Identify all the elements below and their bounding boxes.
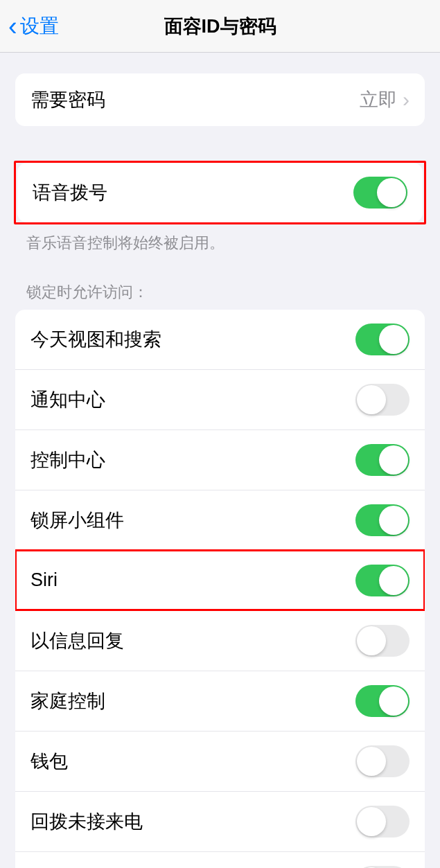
chevron-right-icon: › [403,88,410,112]
highlight-voice-dial: 语音拨号 [14,161,426,224]
row-label: 回拨未接来电 [30,809,143,834]
toggle-knob [357,747,386,776]
lock-access-row: USB配件 [15,851,425,868]
row-label: 锁屏小组件 [30,508,124,533]
toggle[interactable] [355,745,410,777]
back-label: 设置 [20,13,59,39]
page-title: 面容ID与密码 [164,14,276,39]
toggle-knob [379,687,408,716]
toggle-knob [379,325,408,354]
toggle[interactable] [355,565,410,596]
require-passcode-row[interactable]: 需要密码 立即 › [15,73,425,126]
lock-access-row: 回拨未接来电 [15,791,425,851]
toggle[interactable] [355,685,410,717]
lock-access-row: 控制中心 [15,429,425,490]
toggle[interactable] [355,504,410,536]
toggle[interactable] [355,444,410,476]
toggle-knob [377,178,406,207]
row-label: 通知中心 [30,387,105,412]
row-label: 钱包 [30,749,68,774]
row-label: Siri [30,569,58,591]
toggle[interactable] [355,625,410,657]
toggle-knob [357,807,386,836]
voice-dial-toggle[interactable] [353,177,407,209]
lock-access-row: 通知中心 [15,369,425,429]
row-label: 家庭控制 [30,689,105,714]
lock-access-row: 今天视图和搜索 [15,310,425,369]
row-value: 立即 [360,87,397,112]
row-label: 今天视图和搜索 [30,327,161,352]
lock-access-row: 钱包 [15,731,425,791]
toggle[interactable] [355,384,410,416]
row-label: 语音拨号 [33,180,107,205]
voice-dial-row: 语音拨号 [17,163,423,222]
toggle[interactable] [355,324,410,355]
lock-access-row: 家庭控制 [15,671,425,731]
toggle-knob [379,506,408,535]
lock-access-header: 锁定时允许访问： [0,282,440,310]
back-button[interactable]: ‹ 设置 [0,13,59,39]
toggle-knob [357,626,386,655]
lock-access-row: 以信息回复 [15,610,425,671]
toggle-knob [357,385,386,414]
toggle[interactable] [355,806,410,838]
toggle-knob [379,445,408,475]
lock-access-row: 锁屏小组件 [15,490,425,550]
row-label: 以信息回复 [30,628,124,653]
row-label: 需要密码 [30,87,105,112]
lock-access-group: 今天视图和搜索通知中心控制中心锁屏小组件Siri以信息回复家庭控制钱包回拨未接来… [15,310,425,868]
nav-header: ‹ 设置 面容ID与密码 [0,0,440,53]
row-label: 控制中心 [30,448,105,472]
toggle-knob [379,566,408,595]
voice-dial-footnote: 音乐语音控制将始终被启用。 [0,224,440,254]
chevron-left-icon: ‹ [8,13,17,39]
lock-access-row: Siri [15,550,425,610]
